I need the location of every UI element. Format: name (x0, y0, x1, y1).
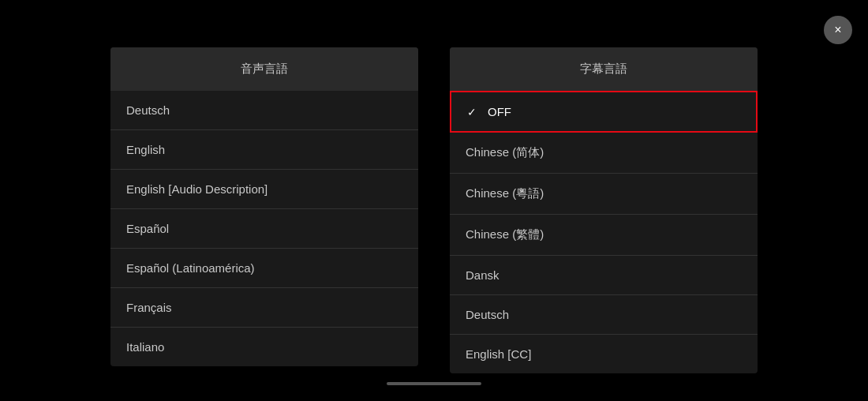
audio-list-item[interactable]: Italiano (110, 328, 418, 366)
subtitle-item-label: Dansk (466, 268, 499, 282)
subtitle-item-label: Chinese (粵語) (466, 186, 544, 201)
audio-list-item[interactable]: English [Audio Description] (110, 170, 418, 209)
audio-list-item[interactable]: Español (Latinoamérica) (110, 249, 418, 288)
audio-item-label: Deutsch (126, 103, 170, 117)
audio-item-label: English [Audio Description] (126, 182, 268, 196)
subtitle-item-label: Deutsch (466, 308, 509, 321)
audio-item-label: Italiano (126, 340, 164, 354)
subtitle-list-item[interactable]: Chinese (简体) (450, 133, 758, 174)
subtitle-item-label: OFF (488, 105, 511, 118)
subtitle-item-label: Chinese (繁體) (466, 227, 544, 242)
subtitle-list-item[interactable]: Deutsch (450, 295, 758, 335)
scroll-indicator (387, 382, 481, 385)
audio-item-label: Español (126, 222, 169, 235)
subtitle-item-label: English [CC] (466, 347, 531, 361)
close-button[interactable]: × (824, 16, 852, 44)
audio-panel-header: 音声言語 (110, 47, 418, 91)
audio-list-item[interactable]: Deutsch (110, 91, 418, 130)
subtitle-item-label: Chinese (简体) (466, 145, 544, 160)
subtitle-panel-list: ✓OFFChinese (简体)Chinese (粵語)Chinese (繁體)… (450, 91, 758, 373)
panels-container: 音声言語 DeutschEnglishEnglish [Audio Descri… (0, 0, 868, 401)
checkmark-icon: ✓ (467, 106, 480, 118)
audio-list-item[interactable]: Español (110, 209, 418, 249)
audio-list-item[interactable]: Français (110, 288, 418, 328)
subtitle-list-item[interactable]: Chinese (粵語) (450, 174, 758, 215)
audio-language-panel: 音声言語 DeutschEnglishEnglish [Audio Descri… (110, 47, 418, 366)
subtitle-list-item[interactable]: English [CC] (450, 335, 758, 373)
audio-item-label: English (126, 143, 165, 156)
audio-item-label: Español (Latinoamérica) (126, 261, 255, 275)
audio-panel-list: DeutschEnglishEnglish [Audio Description… (110, 91, 418, 366)
subtitle-panel-header: 字幕言語 (450, 47, 758, 91)
subtitle-language-panel: 字幕言語 ✓OFFChinese (简体)Chinese (粵語)Chinese… (450, 47, 758, 373)
subtitle-list-item[interactable]: ✓OFF (450, 91, 758, 133)
subtitle-list-item[interactable]: Dansk (450, 256, 758, 295)
audio-list-item[interactable]: English (110, 130, 418, 170)
subtitle-list-item[interactable]: Chinese (繁體) (450, 215, 758, 256)
audio-item-label: Français (126, 301, 172, 314)
